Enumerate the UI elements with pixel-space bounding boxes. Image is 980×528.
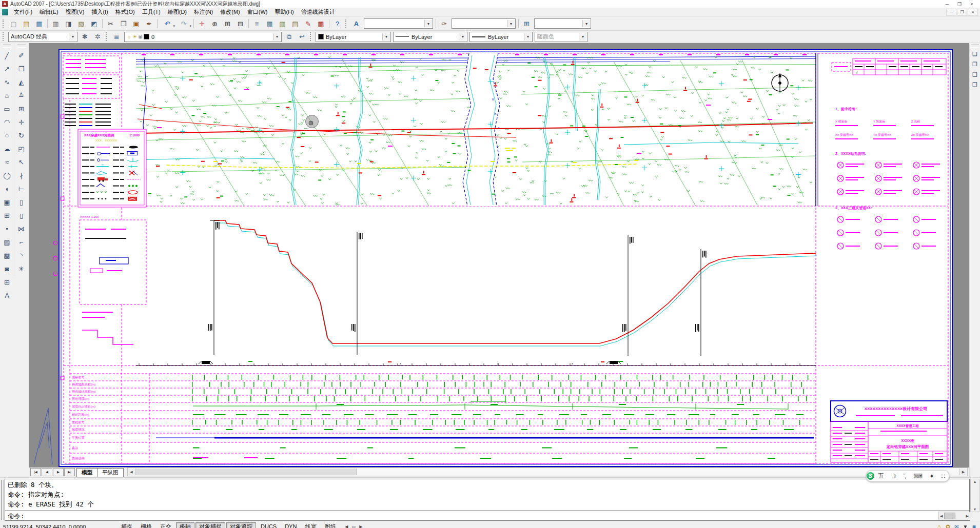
close-button[interactable]: × bbox=[966, 2, 978, 7]
status-toggle-对象追踪[interactable]: 对象追踪 bbox=[226, 522, 256, 528]
status-toggle-栅格[interactable]: 栅格 bbox=[137, 522, 155, 528]
menu-item-w[interactable]: 窗口(W) bbox=[244, 9, 271, 15]
chevron-down-icon[interactable]: ▾ bbox=[459, 33, 466, 40]
erase-tool[interactable]: ✐ bbox=[15, 49, 28, 62]
annotation-next-icon[interactable]: ▶ bbox=[357, 524, 364, 528]
rectangle-tool[interactable]: ▭ bbox=[1, 102, 14, 115]
plot-preview-icon[interactable]: ◨ bbox=[62, 17, 75, 30]
toolbar-grip[interactable] bbox=[971, 45, 979, 48]
tab-模型[interactable]: 模型 bbox=[76, 468, 97, 477]
quickcalc-icon[interactable]: ▦ bbox=[315, 17, 327, 30]
text-style-icon[interactable]: A bbox=[350, 17, 363, 30]
ime-keyboard-icon[interactable]: ⌨ bbox=[913, 473, 922, 480]
tab-平纵图[interactable]: 平纵图 bbox=[97, 468, 124, 477]
ime-grid-icon[interactable]: ∷ bbox=[942, 473, 946, 480]
color-combo[interactable]: ByLayer ▾ bbox=[316, 32, 391, 42]
table-style-combo[interactable]: ▾ bbox=[534, 18, 591, 29]
menu-item-[interactable]: 管道线路设计 bbox=[298, 9, 339, 15]
command-vertical-scrollbar[interactable]: ▲ ▼ bbox=[970, 479, 979, 512]
maximize-button[interactable]: ❐ bbox=[953, 2, 966, 7]
copy-icon[interactable]: ❐ bbox=[117, 17, 130, 30]
ellipse-tool[interactable]: ◯ bbox=[1, 169, 14, 182]
make-block-tool[interactable]: ⊞ bbox=[1, 209, 14, 222]
spline-tool[interactable]: ≈ bbox=[1, 155, 14, 169]
layer-freeze-icon[interactable]: ☀ bbox=[132, 34, 137, 39]
menu-item-v[interactable]: 视图(V) bbox=[62, 9, 88, 15]
break-tool[interactable]: ▯ bbox=[15, 209, 28, 222]
redo-icon[interactable]: ↷ bbox=[175, 17, 192, 30]
insert-block-tool[interactable]: ▣ bbox=[1, 195, 14, 209]
dim-style-icon[interactable]: ✑ bbox=[438, 17, 450, 30]
sheet-set-manager-icon[interactable]: ▤ bbox=[289, 17, 302, 30]
move-tool[interactable]: ✛ bbox=[15, 115, 28, 129]
chevron-down-icon[interactable]: ▾ bbox=[507, 20, 515, 27]
markup-icon[interactable]: ✎ bbox=[302, 17, 315, 30]
command-horizontal-scrollbar[interactable]: ◀ ▶ bbox=[938, 512, 970, 520]
help-icon[interactable]: ? bbox=[331, 17, 344, 30]
scrollbar-thumb[interactable] bbox=[944, 513, 955, 519]
scroll-right-icon[interactable]: ▶ bbox=[959, 469, 967, 475]
tab-prev-button[interactable]: ◀ bbox=[42, 468, 52, 476]
ime-toolbar[interactable]: S 五☽’,⌨✦∷ bbox=[866, 470, 949, 482]
status-toggle-极轴[interactable]: 极轴 bbox=[176, 522, 194, 528]
match-properties-icon[interactable]: ✒ bbox=[143, 17, 155, 30]
chevron-down-icon[interactable]: ▾ bbox=[579, 33, 586, 40]
status-toggle-捕捉[interactable]: 捕捉 bbox=[117, 522, 136, 528]
child-restore-button[interactable]: ❐ bbox=[957, 9, 967, 16]
status-toggle-图纸[interactable]: 图纸 bbox=[321, 522, 339, 528]
menu-item-n[interactable]: 标注(N) bbox=[190, 9, 217, 15]
zoom-window-icon[interactable]: ⊞ bbox=[221, 17, 234, 30]
draworder-bring-above-icon[interactable]: ❑ bbox=[970, 69, 980, 79]
status-toggle-正交[interactable]: 正交 bbox=[156, 522, 175, 528]
trim-tool[interactable]: ∤ bbox=[15, 169, 28, 182]
polyline-tool[interactable]: ∿ bbox=[1, 75, 14, 89]
line-tool[interactable]: ╱ bbox=[1, 49, 14, 62]
join-tool[interactable]: ⋈ bbox=[15, 222, 28, 235]
stretch-tool[interactable]: ↖ bbox=[15, 155, 28, 169]
open-icon[interactable]: ▤ bbox=[20, 17, 33, 30]
undo-icon[interactable]: ↶ bbox=[159, 17, 175, 30]
explode-tool[interactable]: ✳ bbox=[15, 262, 28, 275]
qnew-icon[interactable]: ▢ bbox=[7, 17, 20, 30]
toolbar-grip[interactable] bbox=[345, 19, 348, 28]
scroll-right-icon[interactable]: ▶ bbox=[966, 514, 969, 518]
menu-item-o[interactable]: 格式(O) bbox=[112, 9, 139, 15]
layer-previous-icon[interactable]: ↩ bbox=[296, 31, 308, 43]
draworder-bring-to-front-icon[interactable]: ❏ bbox=[970, 49, 980, 59]
extend-tool[interactable]: ⊢ bbox=[15, 182, 28, 195]
command-prompt[interactable]: 命令: bbox=[5, 511, 969, 521]
ime-moon-icon[interactable]: ☽ bbox=[891, 473, 896, 480]
mirror-tool[interactable]: ◭ bbox=[15, 75, 28, 89]
draworder-send-under-icon[interactable]: ❒ bbox=[970, 79, 980, 90]
status-toggle-DYN[interactable]: DYN bbox=[281, 522, 300, 528]
layer-on-icon[interactable]: ☼ bbox=[127, 34, 131, 39]
model-paper-window-icon[interactable]: ▭ bbox=[350, 524, 357, 528]
child-minimize-button[interactable]: ─ bbox=[946, 9, 956, 16]
offset-tool[interactable]: ≙ bbox=[15, 89, 28, 102]
toolbar-grip[interactable] bbox=[17, 45, 26, 48]
scroll-left-icon[interactable]: ◀ bbox=[940, 514, 943, 518]
toolbar-grip[interactable] bbox=[3, 32, 6, 41]
chevron-down-icon[interactable]: ▾ bbox=[424, 20, 432, 27]
scroll-left-icon[interactable]: ◀ bbox=[128, 469, 136, 475]
gradient-tool[interactable]: ▩ bbox=[1, 249, 14, 262]
pan-icon[interactable]: ✛ bbox=[195, 17, 208, 30]
rotate-tool[interactable]: ↻ bbox=[15, 129, 28, 142]
copy-object-tool[interactable]: ❐ bbox=[15, 62, 28, 75]
construction-line-tool[interactable]: ↗ bbox=[1, 62, 14, 75]
make-object-layer-current-icon[interactable]: ⧉ bbox=[283, 31, 296, 43]
text-style-combo[interactable]: ▾ bbox=[364, 18, 433, 29]
dim-style-combo[interactable]: ▾ bbox=[452, 18, 516, 29]
comm-center-icon[interactable]: ✉ bbox=[952, 524, 961, 528]
tab-first-button[interactable]: |◀ bbox=[30, 468, 41, 476]
standards-warning-icon[interactable]: ⚠ bbox=[935, 524, 944, 528]
status-toggle-DUCS[interactable]: DUCS bbox=[257, 522, 280, 528]
revision-cloud-tool[interactable]: ☁ bbox=[1, 142, 14, 155]
save-icon[interactable]: ▦ bbox=[33, 17, 46, 30]
scroll-up-icon[interactable]: ▲ bbox=[973, 480, 977, 483]
mtext-tool[interactable]: A bbox=[1, 289, 14, 302]
paste-icon[interactable]: ▣ bbox=[130, 17, 143, 30]
hatch-tool[interactable]: ▨ bbox=[1, 235, 14, 249]
zoom-realtime-icon[interactable]: ⊕ bbox=[208, 17, 221, 30]
horizontal-scrollbar[interactable]: ◀ ▶ bbox=[127, 468, 968, 476]
